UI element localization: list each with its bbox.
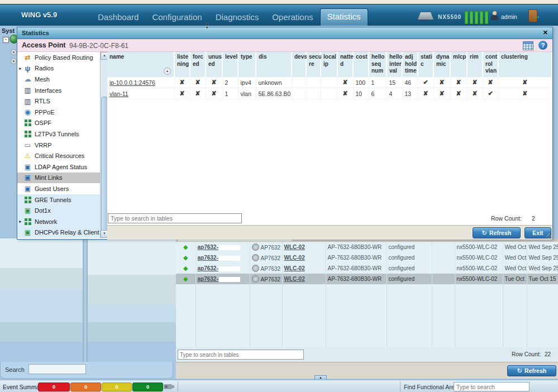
cell (321, 88, 337, 99)
column-header[interactable]: cont rol vlan (483, 52, 498, 77)
column-header[interactable]: secu re (306, 52, 321, 77)
cell (292, 88, 306, 99)
column-header-name[interactable]: name▲ (107, 52, 174, 77)
column-header[interactable]: dyna mic (433, 52, 450, 77)
cell: vlan (238, 88, 256, 99)
refresh-icon: ↻ (517, 367, 522, 375)
background-refresh-button[interactable]: ↻Refresh (507, 365, 556, 376)
sidebar-item-gre-tunnels[interactable]: GRE Tunnels (17, 194, 100, 205)
event-badge-critical[interactable]: 0 (38, 383, 70, 391)
help-icon[interactable]: ? (538, 41, 547, 50)
controller-link[interactable]: WLC-02 (284, 255, 305, 261)
sidebar-item-l2tpv3-tunnels[interactable]: L2TPv3 Tunnels (17, 128, 100, 140)
event-badge-normal[interactable]: 0 (132, 383, 163, 391)
config-status-cell: configured (387, 242, 432, 252)
find-functional-area-input[interactable] (454, 382, 530, 391)
column-header[interactable]: type (238, 52, 256, 77)
device-row[interactable]: ◆ ap7632- AP7632 WLC-02 AP-7632-680B30-W… (176, 252, 558, 263)
device-row[interactable]: ◆ ap7632- AP7632 WLC-02 AP-7632-680B30-W… (176, 263, 558, 274)
column-header[interactable]: forc ed (190, 52, 206, 77)
column-header[interactable]: cost (353, 52, 369, 77)
sidebar-scrollbar[interactable]: ▲ ▼ (100, 52, 108, 238)
tab-operations[interactable]: Operations (265, 9, 319, 26)
mint-link-row[interactable]: ip-10.0.0.1:24576 ✘ ✘ ✘ 2 ipv4 unknown ✘… (107, 77, 551, 88)
tree-search-label: Search (5, 366, 25, 373)
cell: ✘ (467, 77, 483, 88)
column-header[interactable]: unus ed (206, 52, 222, 77)
resize-grip-icon[interactable] (546, 233, 552, 239)
sidebar-item-dot1x[interactable]: Dot1x (17, 205, 100, 216)
column-header[interactable]: devs (292, 52, 306, 77)
mint-link-row[interactable]: vlan-11 ✘ ✘ ✘ 1 vlan 5E.86.63.B0 ✘ 10 6 … (107, 88, 551, 99)
column-header[interactable]: natte d (337, 52, 353, 77)
camera-icon[interactable] (164, 384, 172, 389)
sidebar-item-pppoe[interactable]: PPPoE (17, 107, 100, 118)
close-icon[interactable]: ✕ (543, 29, 548, 36)
tree-collapse-icon[interactable]: − (3, 37, 9, 43)
expand-arrow-icon[interactable]: ► (18, 66, 23, 70)
tab-dashboard[interactable]: Dashboard (91, 9, 145, 26)
profile-cell: AP-7632-680B30-WR (326, 252, 387, 263)
cell: ✘ (418, 88, 433, 99)
sidebar-item-critical-resources[interactable]: Critical Resources (17, 150, 100, 161)
mint-links-icon (23, 174, 32, 182)
sidebar-item-network[interactable]: ►Network (17, 216, 100, 227)
tab-diagnostics[interactable]: Diagnostics (209, 9, 266, 26)
column-header[interactable]: hello seq num (369, 52, 387, 77)
sidebar-item-mesh[interactable]: Mesh (17, 74, 100, 85)
column-header[interactable]: local ip (321, 52, 337, 77)
cell: ✘ (337, 77, 353, 88)
controller-link[interactable]: WLC-02 (284, 276, 305, 282)
sidebar-item-radios[interactable]: ►Radios (17, 63, 100, 74)
column-header[interactable]: dis (256, 52, 292, 77)
mint-link-name[interactable]: ip-10.0.0.1:24576 (109, 79, 155, 86)
column-header[interactable]: level (222, 52, 238, 77)
sidebar-item-rtls[interactable]: RTLS (17, 95, 100, 107)
refresh-button[interactable]: ↻Refresh (473, 227, 521, 238)
device-name-link[interactable]: ap7632- (198, 244, 218, 250)
profile-cell: AP-7632-680B30-WR (326, 242, 387, 252)
mint-link-name[interactable]: vlan-11 (109, 90, 128, 97)
device-name-link[interactable]: ap7632- (198, 276, 218, 282)
sidebar-item-guest-users[interactable]: Guest Users (17, 183, 100, 194)
column-header[interactable]: clustering (498, 52, 551, 77)
statistics-sidebar: Policy Based Routing ►Radios Mesh Interf… (17, 52, 100, 238)
sidebar-item-policy-based-routing[interactable]: Policy Based Routing (17, 52, 100, 63)
ap-device-icon (252, 275, 259, 283)
profile-cell: AP-7632-680B30-WR (326, 274, 387, 284)
column-header[interactable]: mlcp (450, 52, 467, 77)
top-strip (0, 0, 558, 4)
tab-configuration[interactable]: Configuration (145, 9, 208, 26)
redaction (219, 266, 240, 271)
sidebar-item-interfaces[interactable]: Interfaces (17, 85, 100, 96)
controller-link[interactable]: WLC-02 (284, 244, 305, 250)
table-search-input[interactable] (108, 213, 242, 223)
column-header[interactable]: adj hold time (402, 52, 418, 77)
cell: unknown (256, 77, 292, 88)
table-view-icon[interactable] (523, 41, 533, 50)
sidebar-item-mint-links[interactable]: Mint Links (17, 173, 100, 184)
sort-ascending-icon[interactable]: ▲ (164, 68, 171, 75)
device-name-link[interactable]: ap7632- (198, 255, 218, 261)
tree-search-input[interactable] (28, 364, 86, 374)
sidebar-item-vrrp[interactable]: VRRP (17, 140, 100, 151)
sidebar-item-dhcpv6-relay-client[interactable]: DHCPv6 Relay & Client (17, 227, 100, 238)
column-header[interactable]: liste ning (174, 52, 190, 77)
event-badge-warning[interactable]: 0 (102, 383, 132, 391)
device-row[interactable]: ◆ ap7632- AP7632 WLC-02 AP-7632-680B30-W… (176, 242, 558, 252)
device-table-search-input[interactable] (178, 350, 304, 360)
tab-statistics[interactable]: Statistics (320, 8, 368, 26)
device-row-selected[interactable]: ◆ ap7632- AP7632 WLC-02 AP-7632-680B30-W… (176, 274, 558, 284)
controller-link[interactable]: WLC-02 (284, 265, 305, 271)
sidebar-item-ospf[interactable]: OSPF (17, 118, 100, 129)
device-name-link[interactable]: ap7632- (198, 265, 218, 271)
tree-node-icon[interactable] (11, 58, 17, 64)
event-badge-major[interactable]: 0 (70, 383, 101, 391)
sidebar-item-ldap-agent-status[interactable]: LDAP Agent Status (17, 161, 100, 173)
expand-arrow-icon[interactable]: ► (18, 219, 23, 223)
column-header[interactable]: stati c (418, 52, 433, 77)
tree-node-icon[interactable] (11, 49, 17, 55)
column-header[interactable]: rim (467, 52, 483, 77)
column-header[interactable]: hello inter val (387, 52, 402, 77)
cell: ✘ (467, 88, 483, 99)
